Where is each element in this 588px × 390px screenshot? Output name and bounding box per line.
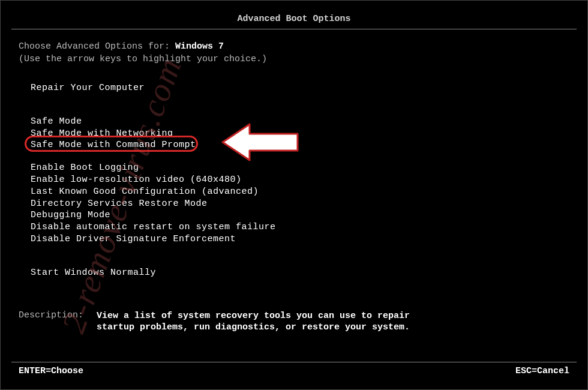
intro-prefix: Choose Advanced Options for: [19,41,175,52]
menu-item-lowres[interactable]: Enable low-resolution video (640x480) [31,174,569,186]
menu-item-noautorestart[interactable]: Disable automatic restart on system fail… [31,221,569,233]
footer-esc-hint: ESC=Cancel [515,366,569,376]
menu-item-repair[interactable]: Repair Your Computer [31,82,569,94]
description-text: View a list of system recovery tools you… [97,310,410,334]
menu-item-dsrm[interactable]: Directory Services Restore Mode [31,198,569,210]
footer-enter-hint: ENTER=Choose [19,366,83,376]
os-version: Windows 7 [175,41,224,52]
pointer-arrow-icon [220,119,304,164]
intro-line: Choose Advanced Options for: Windows 7 [19,41,569,52]
boot-menu: Repair Your Computer Safe Mode Safe Mode… [19,82,569,279]
page-title: Advanced Boot Options [1,1,587,29]
highlight-circle-annotation: Safe Mode with Command Prompt [25,136,198,152]
menu-item-normal[interactable]: Start Windows Normally [31,267,569,279]
keyboard-hint: (Use the arrow keys to highlight your ch… [19,54,569,64]
description-line2: startup problems, run diagnostics, or re… [97,322,410,334]
main-content: Choose Advanced Options for: Windows 7 (… [1,29,587,334]
menu-item-lkgc[interactable]: Last Known Good Configuration (advanced) [31,186,569,198]
description-label: Description: [19,310,97,334]
menu-item-nodrvsig[interactable]: Disable Driver Signature Enforcement [31,233,569,245]
description-line1: View a list of system recovery tools you… [97,310,410,322]
footer-divider [11,362,577,362]
menu-item-debug[interactable]: Debugging Mode [31,209,569,221]
description-section: Description: View a list of system recov… [19,310,569,334]
footer: ENTER=Choose ESC=Cancel [1,362,587,376]
